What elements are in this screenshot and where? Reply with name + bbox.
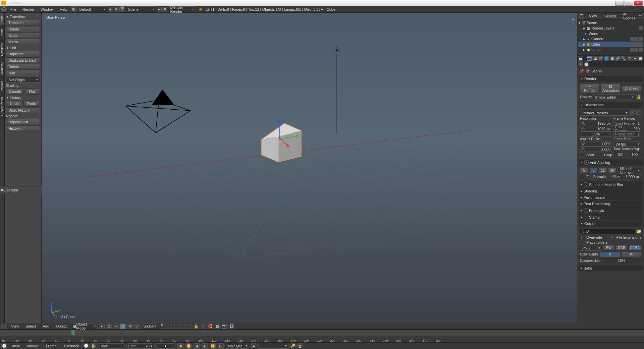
resolution-percentage-field[interactable]: 50% [580, 131, 612, 137]
scale-button[interactable]: Scale [6, 33, 40, 39]
stamp-header[interactable]: Stamp [579, 214, 643, 220]
tab-animation[interactable]: Animation [0, 59, 4, 78]
delete-keyframe-icon[interactable]: 🗑 [298, 343, 303, 348]
set-origin-dropdown[interactable]: Set Origin [6, 77, 40, 82]
remap-old-field[interactable]: 100 [613, 152, 627, 157]
scene-icon[interactable]: 🎬 [119, 6, 125, 12]
operator-header[interactable]: ▶ Operator [1, 187, 40, 193]
mode-dropdown[interactable]: ▣ Object Mode [71, 324, 98, 329]
performance-header[interactable]: Performance [579, 194, 643, 200]
aspect-y-field[interactable]: Y:1.000 [580, 147, 612, 152]
bw-button[interactable]: BW [603, 245, 615, 251]
editor-type-icon[interactable]: ☰ [578, 56, 583, 61]
auto-keyframe-icon[interactable]: ● [251, 343, 256, 348]
border-checkbox[interactable] [580, 153, 584, 157]
close-button[interactable]: ✕ [634, 1, 643, 6]
aa-enable-checkbox[interactable] [584, 160, 589, 165]
resolution-y-field[interactable]: Y:1080 px [580, 126, 612, 131]
current-frame-field[interactable]: 1 [155, 343, 175, 349]
add-layout-button[interactable]: + [108, 7, 113, 12]
tab-world[interactable]: 🌐 [604, 56, 609, 61]
file-extensions-checkbox[interactable] [610, 235, 614, 239]
flat-button[interactable]: Flat [24, 89, 40, 95]
timeline-playback-menu[interactable]: Playback [61, 343, 82, 349]
aa-16-button[interactable]: 16 [608, 168, 616, 173]
jump-start-icon[interactable]: ⏮ [177, 343, 183, 349]
render-preview-icon[interactable]: 📷 [222, 324, 227, 329]
remap-new-field[interactable]: 100 [628, 152, 641, 157]
depth-16-button[interactable]: 16 [621, 251, 641, 257]
menu-help[interactable]: Help [57, 7, 70, 12]
outliner-display-dropdown[interactable]: All Scenes [621, 13, 643, 19]
tab-data[interactable]: ▽ [627, 56, 632, 61]
aa-section-header[interactable]: Anti-Aliasing [579, 159, 643, 166]
3d-viewport[interactable]: User Persp [42, 13, 577, 323]
proportional-edit-icon[interactable]: ○ [201, 324, 206, 329]
stamp-checkbox[interactable] [584, 215, 588, 219]
browse-folder-icon[interactable]: 📁 [636, 229, 641, 234]
render-section-header[interactable]: Render [579, 76, 643, 82]
tab-create[interactable]: Create [0, 25, 4, 40]
render-anim-icon[interactable]: 🎞 [229, 324, 234, 329]
tab-physics[interactable]: Physics [0, 78, 4, 94]
rotate-button[interactable]: Rotate [6, 26, 40, 32]
depth-8-button[interactable]: 8 [600, 251, 620, 257]
history-panel-header[interactable]: History [6, 95, 40, 100]
timeline-ruler[interactable]: -50-40-30-20-100102030405060708090100110… [0, 336, 644, 342]
view3d-select-menu[interactable]: Select [23, 324, 39, 329]
motion-blur-checkbox[interactable] [584, 182, 588, 187]
minimize-button[interactable]: — [615, 1, 624, 6]
aspect-x-field[interactable]: X:1.000 [580, 141, 612, 147]
snap-element-icon[interactable]: ⊡ [215, 324, 220, 329]
editor-type-icon[interactable]: ⓘ [1, 6, 7, 12]
render-engine-dropdown[interactable]: Blender Render [168, 6, 195, 12]
audio-button[interactable]: 🔊 Audio [622, 86, 641, 92]
maximize-button[interactable]: ❐ [625, 1, 633, 6]
delete-button[interactable]: Delete [6, 64, 40, 70]
shading-header[interactable]: Shading [579, 188, 643, 194]
smooth-button[interactable]: Smooth [6, 89, 23, 95]
frame-step-field[interactable]: Frame Step:1 [613, 131, 641, 137]
view3d-add-menu[interactable]: Add [40, 324, 52, 329]
screen-layout-dropdown[interactable]: Default [77, 6, 107, 12]
play-reverse-icon[interactable]: ◀ [194, 343, 200, 349]
aa-5-button[interactable]: 5 [580, 168, 588, 173]
aa-11-button[interactable]: 11 [599, 168, 607, 173]
bake-header[interactable]: Bake [579, 265, 643, 271]
scale-manip-icon[interactable]: ⤢ [134, 324, 140, 329]
render-presets-dropdown[interactable]: Render Presets [580, 110, 629, 116]
tree-camera[interactable]: ▸▲Camera [578, 36, 643, 42]
timeline-editor-icon[interactable]: 🕐 [1, 343, 7, 349]
keyframe-prev-icon[interactable]: ⏪ [185, 343, 192, 349]
use-preview-range-icon[interactable]: 🕐 [84, 343, 89, 348]
sync-dropdown[interactable]: No Sync [226, 343, 249, 349]
tree-renderlayers[interactable]: ▸🖼RenderLayers [578, 25, 643, 31]
orientation-dropdown[interactable]: Global [141, 324, 158, 329]
tab-render-layers[interactable]: 🖼 [592, 56, 598, 61]
keyframe-next-icon[interactable]: ⏩ [210, 343, 216, 349]
freestyle-header[interactable]: Freestyle [579, 207, 643, 214]
rotate-manip-icon[interactable]: ⟲ [127, 324, 133, 329]
tree-scene[interactable]: ▾🎬Scene [578, 20, 643, 25]
repeat-last-button[interactable]: Repeat Last [6, 119, 40, 125]
tree-lamp[interactable]: ▸◉Lamp [578, 47, 643, 52]
format-dropdown[interactable]: PNG [580, 245, 602, 251]
view3d-editor-icon[interactable]: ⬚ [1, 324, 7, 329]
remove-preset-button[interactable]: − [636, 110, 641, 115]
outliner-editor-icon[interactable]: ☰ [579, 13, 584, 19]
compression-field[interactable]: 15% [602, 258, 641, 263]
lock-time-icon[interactable]: 🔒 [91, 343, 96, 348]
end-frame-timeline-field[interactable]: End:250 [126, 343, 153, 349]
dimensions-section-header[interactable]: Dimensions [579, 102, 643, 108]
fps-dropdown[interactable]: 24 fps [613, 141, 641, 147]
keying-set-dropdown[interactable] [258, 343, 288, 349]
output-section-header[interactable]: Output [579, 221, 643, 227]
insert-keyframe-icon[interactable]: 🔑 [290, 343, 296, 348]
tab-texture[interactable]: ▦ [638, 56, 643, 61]
add-scene-button[interactable]: + [157, 7, 162, 12]
tab-particles[interactable]: ✦ [578, 61, 583, 67]
translate-button[interactable]: Translate [6, 20, 40, 26]
tab-relations[interactable]: Relations [0, 40, 4, 59]
jump-end-icon[interactable]: ⏭ [218, 343, 224, 349]
edit-panel-header[interactable]: Edit [6, 45, 40, 51]
